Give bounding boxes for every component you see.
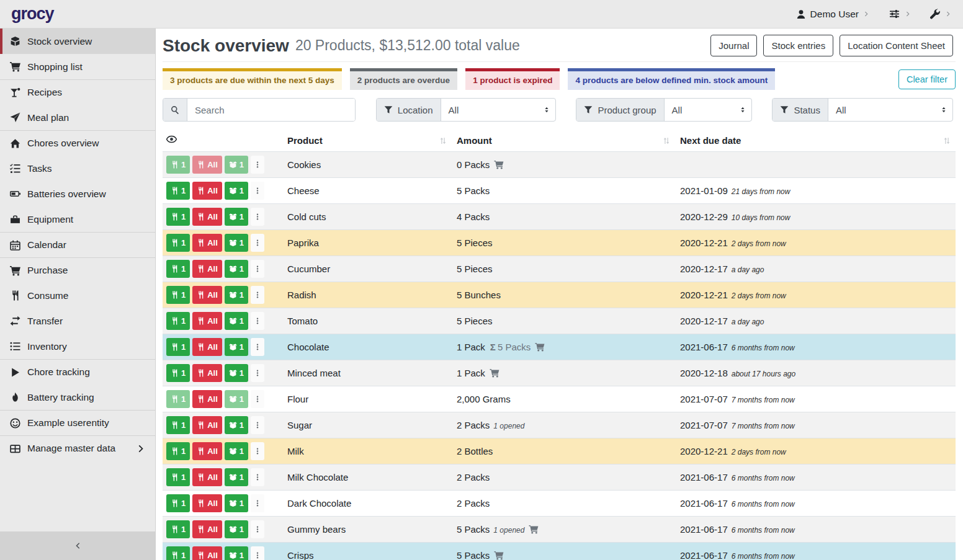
consume-one-button[interactable]: 1: [166, 234, 190, 252]
consume-one-button[interactable]: 1: [166, 520, 190, 538]
sidebar-item-shopping-list[interactable]: Shopping list: [0, 54, 155, 79]
consume-all-button[interactable]: All: [192, 416, 222, 434]
open-one-button[interactable]: 1: [225, 468, 248, 486]
sidebar-item-equipment[interactable]: Equipment: [0, 207, 155, 232]
sidebar-item-tasks[interactable]: Tasks: [0, 156, 155, 181]
row-menu-button[interactable]: [251, 208, 264, 226]
location-select[interactable]: All: [441, 99, 555, 121]
clear-filter-button[interactable]: Clear filter: [898, 69, 956, 89]
consume-all-button[interactable]: All: [192, 520, 222, 538]
open-one-button[interactable]: 1: [225, 156, 248, 174]
consume-all-button[interactable]: All: [192, 364, 222, 382]
consume-one-button[interactable]: 1: [166, 390, 190, 408]
consume-all-button[interactable]: All: [192, 234, 222, 252]
column-visibility-header[interactable]: [163, 129, 282, 152]
row-menu-button[interactable]: [251, 286, 264, 304]
row-menu-button[interactable]: [251, 442, 264, 460]
sidebar-item-transfer[interactable]: Transfer: [0, 308, 155, 334]
open-one-button[interactable]: 1: [225, 312, 248, 330]
amount-column-header[interactable]: Amount: [452, 129, 675, 152]
consume-one-button[interactable]: 1: [166, 182, 190, 200]
consume-all-button[interactable]: All: [192, 312, 222, 330]
row-menu-button[interactable]: [251, 416, 264, 434]
consume-all-button[interactable]: All: [192, 182, 222, 200]
sidebar-item-batteries-overview[interactable]: Batteries overview: [0, 181, 155, 207]
consume-one-button[interactable]: 1: [166, 546, 190, 560]
search-input[interactable]: [187, 99, 355, 121]
consume-all-button[interactable]: All: [192, 390, 222, 408]
row-menu-button[interactable]: [251, 182, 264, 200]
consume-one-button[interactable]: 1: [166, 286, 190, 304]
row-menu-button[interactable]: [251, 364, 264, 382]
open-one-button[interactable]: 1: [225, 442, 248, 460]
row-menu-button[interactable]: [251, 468, 264, 486]
consume-one-button[interactable]: 1: [166, 312, 190, 330]
sidebar-item-consume[interactable]: Consume: [0, 283, 155, 308]
open-one-button[interactable]: 1: [225, 416, 248, 434]
stock-entries-button[interactable]: Stock entries: [763, 35, 833, 56]
sidebar-item-battery-tracking[interactable]: Battery tracking: [0, 384, 155, 410]
admin-menu[interactable]: [930, 9, 952, 19]
sidebar-item-recipes[interactable]: Recipes: [0, 79, 155, 105]
open-one-button[interactable]: 1: [225, 182, 248, 200]
row-menu-button[interactable]: [251, 156, 264, 174]
grocy-logo[interactable]: grocy: [11, 4, 54, 24]
location-content-sheet-button[interactable]: Location Content Sheet: [840, 35, 953, 56]
overdue-alert[interactable]: 2 products are overdue: [350, 68, 457, 90]
consume-all-button[interactable]: All: [192, 468, 222, 486]
row-menu-button[interactable]: [251, 260, 264, 278]
consume-one-button[interactable]: 1: [166, 468, 190, 486]
product-group-select[interactable]: All: [665, 99, 751, 121]
below-min-stock-alert[interactable]: 4 products are below defined min. stock …: [568, 68, 775, 90]
consume-all-button[interactable]: All: [192, 208, 222, 226]
consume-all-button[interactable]: All: [192, 286, 222, 304]
consume-all-button[interactable]: All: [192, 442, 222, 460]
consume-one-button[interactable]: 1: [166, 416, 190, 434]
open-one-button[interactable]: 1: [225, 338, 248, 356]
row-menu-button[interactable]: [251, 520, 264, 538]
sidebar-item-chores-overview[interactable]: Chores overview: [0, 130, 155, 156]
consume-one-button[interactable]: 1: [166, 442, 190, 460]
row-menu-button[interactable]: [251, 234, 264, 252]
consume-one-button[interactable]: 1: [166, 494, 190, 512]
row-menu-button[interactable]: [251, 390, 264, 408]
row-menu-button[interactable]: [251, 494, 264, 512]
sidebar-item-example-userentity[interactable]: Example userentity: [0, 410, 155, 435]
open-one-button[interactable]: 1: [225, 546, 248, 560]
product-column-header[interactable]: Product: [282, 129, 452, 152]
consume-one-button[interactable]: 1: [166, 260, 190, 278]
open-one-button[interactable]: 1: [225, 260, 248, 278]
next-due-date-column-header[interactable]: Next due date: [675, 129, 956, 152]
open-one-button[interactable]: 1: [225, 286, 248, 304]
status-select[interactable]: All: [828, 99, 952, 121]
row-menu-button[interactable]: [251, 338, 264, 356]
consume-one-button[interactable]: 1: [166, 208, 190, 226]
consume-one-button[interactable]: 1: [166, 364, 190, 382]
sidebar-item-manage-master-data[interactable]: Manage master data: [0, 435, 155, 461]
consume-one-button[interactable]: 1: [166, 338, 190, 356]
sidebar-collapse-button[interactable]: [0, 531, 155, 560]
row-menu-button[interactable]: [251, 546, 264, 560]
open-one-button[interactable]: 1: [225, 208, 248, 226]
open-one-button[interactable]: 1: [225, 494, 248, 512]
sidebar-item-chore-tracking[interactable]: Chore tracking: [0, 359, 155, 384]
consume-all-button[interactable]: All: [192, 260, 222, 278]
expired-alert[interactable]: 1 product is expired: [465, 68, 560, 90]
open-one-button[interactable]: 1: [225, 364, 248, 382]
settings-menu[interactable]: [889, 9, 911, 19]
consume-all-button[interactable]: All: [192, 156, 222, 174]
journal-button[interactable]: Journal: [710, 35, 757, 56]
open-one-button[interactable]: 1: [225, 390, 248, 408]
sidebar-item-stock-overview[interactable]: Stock overview: [0, 29, 155, 54]
consume-all-button[interactable]: All: [192, 546, 222, 560]
sidebar-item-meal-plan[interactable]: Meal plan: [0, 105, 155, 130]
consume-one-button[interactable]: 1: [166, 156, 190, 174]
row-menu-button[interactable]: [251, 312, 264, 330]
sidebar-item-purchase[interactable]: Purchase: [0, 257, 155, 283]
user-menu[interactable]: Demo User: [796, 9, 870, 20]
open-one-button[interactable]: 1: [225, 234, 248, 252]
due-soon-alert[interactable]: 3 products are due within the next 5 day…: [163, 68, 342, 90]
sidebar-item-inventory[interactable]: Inventory: [0, 334, 155, 359]
consume-all-button[interactable]: All: [192, 494, 222, 512]
open-one-button[interactable]: 1: [225, 520, 248, 538]
